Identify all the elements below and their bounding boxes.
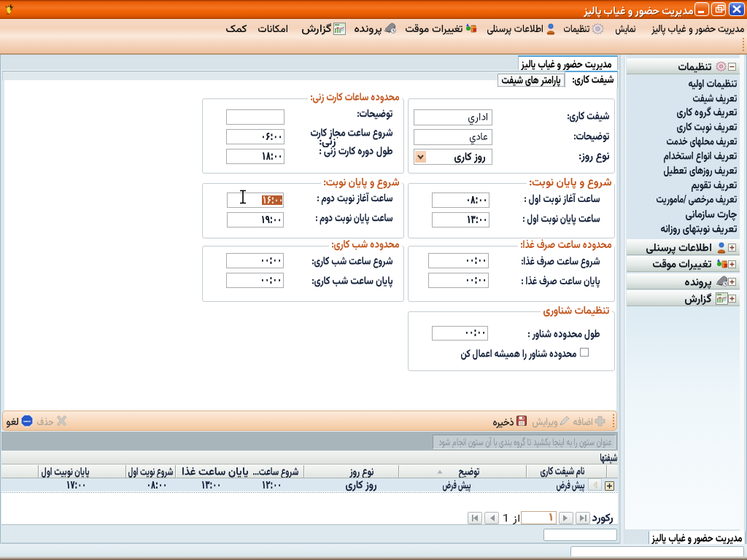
svg-text:save: save bbox=[23, 419, 31, 423]
